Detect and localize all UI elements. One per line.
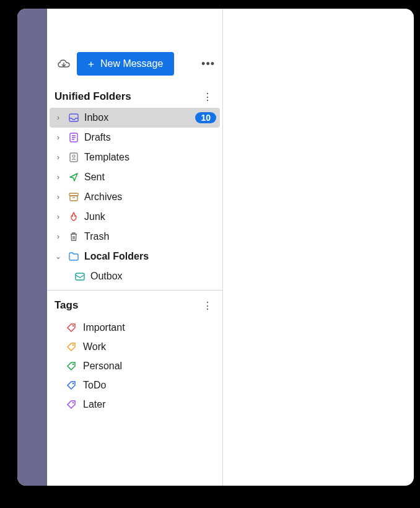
- folder-label: Sent: [84, 172, 105, 183]
- tag-label: Work: [83, 341, 106, 353]
- svg-point-14: [72, 363, 74, 364]
- folders-more-icon[interactable]: ⋮: [203, 91, 212, 103]
- svg-point-13: [72, 344, 74, 345]
- tags-list: Important Work Personal: [47, 317, 222, 414]
- svg-rect-9: [70, 196, 77, 201]
- tags-header: Tags ⋮: [47, 291, 222, 317]
- new-message-button[interactable]: + New Message: [77, 52, 174, 76]
- svg-point-12: [72, 325, 74, 326]
- chevron-right-icon[interactable]: ›: [53, 153, 63, 162]
- tag-icon: [66, 361, 77, 372]
- plus-icon: +: [88, 59, 94, 69]
- chevron-right-icon[interactable]: ›: [53, 113, 63, 122]
- folder-sent[interactable]: › Sent: [47, 167, 222, 187]
- outbox-icon: [74, 271, 85, 282]
- chevron-down-icon[interactable]: ⌄: [53, 252, 63, 261]
- tag-later[interactable]: Later: [47, 395, 222, 414]
- sidebar: + New Message ••• Unified Folders ⋮ › In…: [47, 9, 223, 486]
- folder-outbox[interactable]: Outbox: [47, 266, 222, 286]
- unread-badge: 10: [195, 112, 216, 123]
- chevron-right-icon[interactable]: ›: [53, 133, 63, 142]
- sync-icon[interactable]: [57, 57, 71, 71]
- inbox-icon: [68, 112, 79, 123]
- folder-trash[interactable]: › Trash: [47, 227, 222, 247]
- trash-icon: [68, 231, 79, 242]
- folders-header: Unified Folders ⋮: [47, 87, 222, 108]
- tags-title: Tags: [55, 299, 78, 312]
- window-accent-bar: [17, 9, 47, 486]
- main-pane: [223, 9, 414, 486]
- folder-label: Drafts: [84, 132, 111, 143]
- tag-work[interactable]: Work: [47, 337, 222, 356]
- folder-drafts[interactable]: › Drafts: [47, 128, 222, 147]
- tag-important[interactable]: Important: [47, 318, 222, 337]
- chevron-right-icon[interactable]: ›: [53, 193, 63, 201]
- folder-archives[interactable]: › Archives: [47, 187, 222, 207]
- tag-label: Important: [83, 322, 125, 333]
- svg-rect-1: [69, 114, 78, 121]
- tag-label: Personal: [83, 361, 122, 372]
- tags-section: Tags ⋮ Important Work: [47, 291, 222, 414]
- tag-personal[interactable]: Personal: [47, 356, 222, 375]
- chevron-right-icon[interactable]: ›: [53, 212, 63, 221]
- folder-junk[interactable]: › Junk: [47, 207, 222, 227]
- folder-label: Archives: [84, 191, 122, 203]
- tag-todo[interactable]: ToDo: [47, 375, 222, 395]
- folder-local-folders[interactable]: ⌄ Local Folders: [47, 247, 222, 266]
- tag-icon: [66, 399, 77, 410]
- svg-point-16: [72, 401, 74, 403]
- folder-inbox[interactable]: › Inbox 10: [50, 108, 220, 128]
- folder-label: Local Folders: [84, 251, 149, 262]
- folder-icon: [68, 251, 79, 262]
- tag-label: Later: [83, 399, 105, 410]
- folder-label: Outbox: [90, 271, 123, 282]
- tag-label: ToDo: [83, 380, 106, 391]
- svg-rect-11: [76, 273, 84, 280]
- chevron-right-icon[interactable]: ›: [53, 173, 63, 182]
- tag-icon: [66, 322, 77, 333]
- chevron-right-icon[interactable]: ›: [53, 232, 63, 241]
- folder-label: Templates: [84, 152, 129, 163]
- folders-title: Unified Folders: [55, 90, 131, 103]
- toolbar-more-icon[interactable]: •••: [201, 58, 215, 71]
- folder-label: Trash: [84, 231, 109, 242]
- folder-templates[interactable]: › Templates: [47, 147, 222, 167]
- new-message-label: New Message: [100, 58, 163, 69]
- drafts-icon: [68, 132, 79, 143]
- sent-icon: [68, 172, 79, 183]
- tag-icon: [66, 380, 77, 391]
- svg-point-7: [72, 155, 75, 157]
- tags-more-icon[interactable]: ⋮: [203, 300, 212, 312]
- tag-icon: [66, 341, 77, 353]
- toolbar: + New Message •••: [47, 46, 222, 87]
- folder-label: Inbox: [84, 112, 108, 123]
- folder-label: Junk: [84, 211, 105, 222]
- junk-icon: [68, 211, 79, 222]
- folder-list: › Inbox 10 › Drafts › Temp: [47, 108, 222, 286]
- svg-point-15: [72, 382, 74, 383]
- archives-icon: [68, 191, 79, 203]
- templates-icon: [68, 152, 79, 163]
